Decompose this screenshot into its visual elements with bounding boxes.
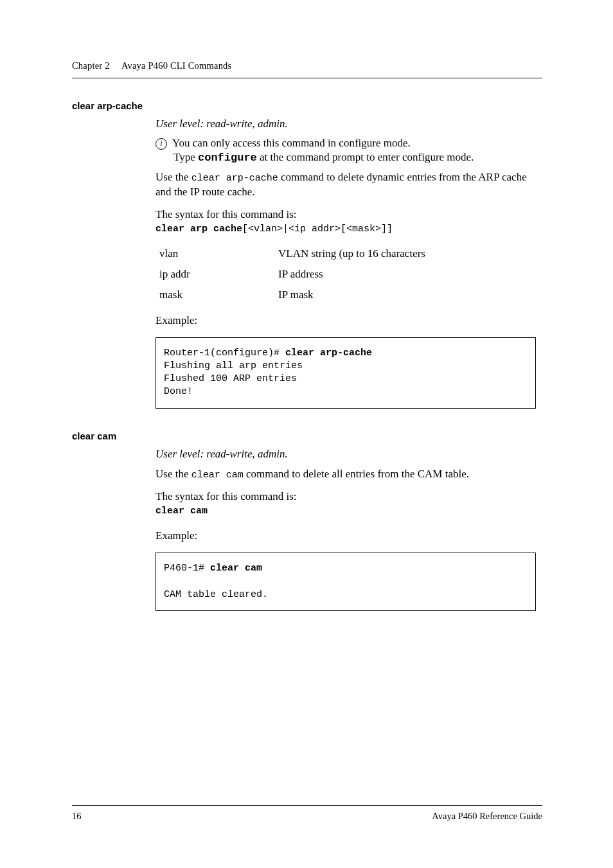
user-level-text: User level: read-write, admin. xyxy=(155,118,542,130)
body-paragraph: Use the clear cam command to delete all … xyxy=(155,467,542,482)
page-number: 16 xyxy=(72,811,82,822)
example-label: Example: xyxy=(155,314,542,327)
param-name: mask xyxy=(155,288,278,301)
note-text: You can only access this command in conf… xyxy=(172,137,411,149)
param-row: ip addr IP address xyxy=(155,268,542,281)
info-icon: i xyxy=(155,138,167,150)
syntax-line: clear cam xyxy=(155,506,542,517)
code-example-box: Router-1(configure)# clear arp-cache Flu… xyxy=(155,337,536,409)
body-pre: Use the xyxy=(155,171,191,183)
note-sub-post: at the command prompt to enter configure… xyxy=(257,151,474,163)
syntax-bold: clear cam xyxy=(155,506,208,517)
param-name: vlan xyxy=(155,247,278,260)
chapter-label: Chapter 2 xyxy=(72,60,110,71)
code-output-line: Flushing all arp entries xyxy=(164,360,303,371)
body-mono: clear arp-cache xyxy=(191,173,278,184)
syntax-intro: The syntax for this command is: xyxy=(155,208,542,221)
param-name: ip addr xyxy=(155,268,278,281)
param-row: mask IP mask xyxy=(155,288,542,301)
body-post: command to delete all entries from the C… xyxy=(244,468,469,480)
param-row: vlan VLAN string (up to 16 characters xyxy=(155,247,542,260)
running-header: Chapter 2 Avaya P460 CLI Commands xyxy=(72,60,542,78)
body-paragraph: Use the clear arp-cache command to delet… xyxy=(155,170,542,199)
code-prompt: Router-1(configure)# xyxy=(164,348,285,359)
code-prompt: P460-1# xyxy=(164,563,210,574)
syntax-bold: clear arp cache xyxy=(155,224,242,235)
note-sub-pre: Type xyxy=(173,151,198,163)
code-command: clear cam xyxy=(210,563,262,574)
body-pre: Use the xyxy=(155,468,191,480)
note-sub-cmd: configure xyxy=(198,152,257,164)
note-subline: Type configure at the command prompt to … xyxy=(173,151,542,164)
syntax-rest: [<vlan>|<ip addr>[<mask>]] xyxy=(242,224,393,235)
param-desc: IP address xyxy=(278,268,542,281)
code-example-box: P460-1# clear cam CAM table cleared. xyxy=(155,553,536,611)
code-output-line: Done! xyxy=(164,386,193,397)
code-command: clear arp-cache xyxy=(285,348,372,359)
note-line: iYou can only access this command in con… xyxy=(155,137,542,150)
section-heading-clear-arp-cache: clear arp-cache xyxy=(72,100,542,111)
section-heading-clear-cam: clear cam xyxy=(72,430,542,441)
syntax-line: clear arp cache[<vlan>|<ip addr>[<mask>]… xyxy=(155,224,542,235)
example-label: Example: xyxy=(155,529,542,542)
doc-title: Avaya P460 Reference Guide xyxy=(432,811,542,822)
code-output-line: CAM table cleared. xyxy=(164,589,268,600)
page-footer: 16 Avaya P460 Reference Guide xyxy=(72,805,542,822)
param-table: vlan VLAN string (up to 16 characters ip… xyxy=(155,247,542,301)
syntax-intro: The syntax for this command is: xyxy=(155,490,542,503)
param-desc: IP mask xyxy=(278,288,542,301)
chapter-title: Avaya P460 CLI Commands xyxy=(121,60,231,71)
body-mono: clear cam xyxy=(191,470,244,481)
param-desc: VLAN string (up to 16 characters xyxy=(278,247,542,260)
user-level-text: User level: read-write, admin. xyxy=(155,448,542,461)
code-output-line: Flushed 100 ARP entries xyxy=(164,373,297,384)
